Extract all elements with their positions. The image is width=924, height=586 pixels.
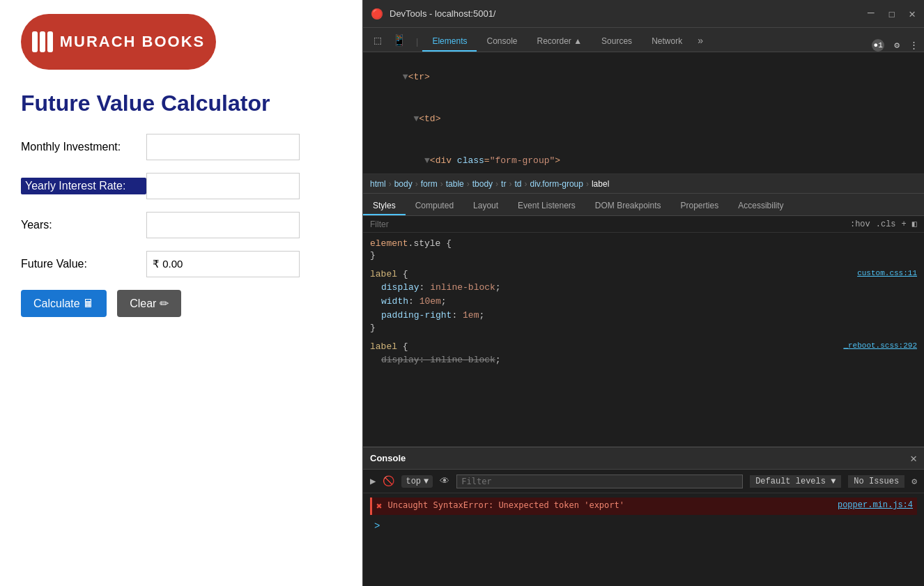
console-error-line: ✖ Uncaught SyntaxError: Unexpected token… [370, 498, 917, 515]
logo: Murach Books [21, 14, 216, 70]
app-panel: Murach Books Future Value Calculator Mon… [0, 0, 362, 586]
hov-button[interactable]: :hov [850, 219, 870, 229]
console-header-title: Console [370, 453, 406, 463]
error-icon: ✖ [376, 500, 382, 512]
settings-icon[interactable]: ⚙ [894, 40, 900, 51]
top-label: top [406, 477, 421, 486]
style-selector-element: element.style { [370, 238, 917, 249]
tab-dom-breakpoints[interactable]: DOM Breakpoints [585, 197, 671, 215]
breadcrumb-td[interactable]: td [514, 179, 521, 189]
breadcrumb-html[interactable]: html [370, 179, 386, 189]
tab-event-listeners[interactable]: Event Listeners [508, 197, 585, 215]
style-rule-label-custom: label { custom.css:11 display: inline-bl… [370, 269, 917, 333]
yearly-interest-label: Yearly Interest Rate: [21, 178, 146, 194]
tab-layout[interactable]: Layout [463, 197, 508, 215]
page-title: Future Value Calculator [21, 91, 341, 116]
yearly-interest-input[interactable] [146, 173, 300, 199]
future-value-label: Future Value: [21, 258, 146, 270]
dom-line-tr: ▼<tr> [370, 56, 917, 98]
console-close-button[interactable]: ✕ [910, 452, 917, 465]
devtools-titlebar: 🔴 DevTools - localhost:5001/ — ☐ ✕ [363, 0, 924, 28]
logo-icon [32, 31, 53, 52]
dom-tree: ▼<tr> ▼<td> ▼<div class="form-group"> ..… [363, 52, 924, 174]
record-badge: ● 1 [872, 39, 884, 52]
style-rule-element: element.style { } [370, 238, 917, 261]
console-top-button[interactable]: top ▼ [401, 475, 433, 488]
style-source-custom[interactable]: custom.css:11 [857, 269, 917, 277]
breadcrumb: html › body › form › table › tbody › tr … [363, 174, 924, 194]
more-menu-icon[interactable]: ⋮ [909, 40, 918, 51]
close-button[interactable]: ✕ [909, 7, 916, 21]
error-source[interactable]: popper.min.js:4 [838, 500, 913, 510]
breadcrumb-table[interactable]: table [446, 179, 464, 189]
tab-elements[interactable]: Elements [422, 32, 477, 52]
styles-filter-input[interactable] [370, 219, 845, 229]
years-group: Years: [21, 212, 341, 238]
tab-accessibility[interactable]: Accessibility [728, 197, 793, 215]
years-label: Years: [21, 219, 146, 231]
styles-area: Styles Computed Layout Event Listeners D… [363, 194, 924, 447]
tab-sources[interactable]: Sources [592, 32, 642, 52]
monthly-investment-group: Monthly Investment: [21, 134, 341, 160]
future-value-input[interactable]: ₹ 0.00 [146, 251, 300, 277]
tab-network[interactable]: Network [642, 32, 692, 52]
breadcrumb-body[interactable]: body [394, 179, 413, 189]
console-clear-icon[interactable]: 🚫 [383, 475, 394, 487]
tab-recorder[interactable]: Recorder ▲ [528, 32, 592, 52]
styles-content: element.style { } label { custom.css:11 … [363, 233, 924, 447]
clear-button[interactable]: Clear ✏ [117, 290, 181, 317]
error-message: Uncaught SyntaxError: Unexpected token '… [387, 500, 832, 510]
styles-tabs: Styles Computed Layout Event Listeners D… [363, 194, 924, 216]
console-panel: Console ✕ ▶ 🚫 top ▼ 👁 Default levels ▼ N… [363, 447, 924, 586]
logo-text: Murach Books [60, 33, 206, 51]
tab-computed[interactable]: Computed [406, 197, 463, 215]
default-levels-text: Default levels ▼ [755, 477, 836, 486]
cursor-tool-icon[interactable]: ⬚ [369, 29, 387, 52]
minimize-button[interactable]: — [868, 7, 875, 21]
future-value-group: Future Value: ₹ 0.00 [21, 251, 341, 277]
yearly-interest-group: Yearly Interest Rate: [21, 173, 341, 199]
devtools-title: DevTools - localhost:5001/ [390, 8, 495, 19]
cls-button[interactable]: .cls [876, 219, 896, 229]
console-stop-icon[interactable]: ▶ [370, 475, 376, 487]
breadcrumb-tbody[interactable]: tbody [472, 179, 493, 189]
button-row: Calculate 🖩 Clear ✏ [21, 290, 341, 317]
monthly-investment-label: Monthly Investment: [21, 141, 146, 153]
devtools-panel: 🔴 DevTools - localhost:5001/ — ☐ ✕ ⬚ 📱 |… [362, 0, 924, 586]
calculate-button[interactable]: Calculate 🖩 [21, 290, 107, 317]
add-style-button[interactable]: + [902, 219, 907, 229]
default-levels-button[interactable]: Default levels ▼ [750, 475, 841, 488]
style-selector-label-reboot: label { _reboot.scss:292 [370, 341, 917, 352]
style-source-reboot[interactable]: _reboot.scss:292 [843, 341, 917, 350]
tab-properties[interactable]: Properties [671, 197, 729, 215]
console-header: Console ✕ [363, 447, 924, 470]
chrome-icon: 🔴 [371, 8, 383, 20]
years-input[interactable] [146, 212, 300, 238]
top-chevron-icon: ▼ [424, 477, 429, 486]
dom-line-div: ▼<div class="form-group"> [370, 140, 917, 174]
tab-console[interactable]: Console [477, 32, 527, 52]
tab-more[interactable]: » [692, 31, 709, 52]
devtools-tabs: ⬚ 📱 | Elements Console Recorder ▲ Source… [363, 28, 924, 52]
toggle-panel-icon[interactable]: ◧ [912, 219, 917, 229]
console-eye-icon[interactable]: 👁 [440, 476, 449, 487]
console-prompt[interactable]: > [370, 518, 917, 534]
dom-line-td: ▼<td> [370, 98, 917, 140]
device-tool-icon[interactable]: 📱 [387, 29, 412, 52]
breadcrumb-label[interactable]: label [592, 179, 609, 189]
console-content: ✖ Uncaught SyntaxError: Unexpected token… [363, 493, 924, 586]
breadcrumb-div-form-group[interactable]: div.form-group [530, 179, 583, 189]
breadcrumb-form[interactable]: form [421, 179, 438, 189]
tab-styles[interactable]: Styles [363, 197, 406, 215]
styles-filter-bar: :hov .cls + ◧ [363, 216, 924, 233]
console-filter-input[interactable] [456, 475, 743, 488]
monthly-investment-input[interactable] [146, 134, 300, 160]
style-rule-label-reboot: label { _reboot.scss:292 display: inline… [370, 341, 917, 367]
maximize-button[interactable]: ☐ [888, 7, 895, 21]
console-settings-icon[interactable]: ⚙ [911, 476, 917, 487]
console-toolbar: ▶ 🚫 top ▼ 👁 Default levels ▼ No Issues ⚙ [363, 470, 924, 493]
style-selector-label: label { custom.css:11 [370, 269, 917, 279]
breadcrumb-tr[interactable]: tr [501, 179, 506, 189]
no-issues-badge: No Issues [848, 475, 904, 488]
